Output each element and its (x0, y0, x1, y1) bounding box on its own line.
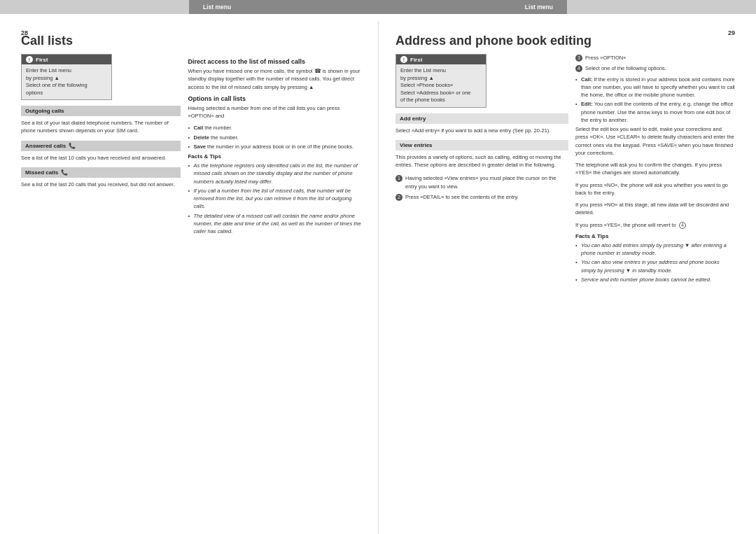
step2-text: Press »DETAIL« to see the contents of th… (405, 193, 519, 201)
first-box-label-right: First (410, 57, 422, 63)
edit-label-right: Edit: (581, 101, 593, 107)
ask-text: The telephone will ask you to confirm th… (575, 161, 735, 177)
phone-icon-missed: 📞 (61, 169, 68, 176)
first-box-line4: options (26, 90, 107, 97)
right-first-box-line5: of the phone books (400, 97, 482, 104)
select-edit-text: Select the edit box you want to edit, ma… (575, 125, 735, 157)
tip1-left: As the telephone registers only identifi… (188, 162, 361, 185)
call-text: the number. (204, 125, 232, 131)
if-no2-text: If you press »NO« at this stage, all new… (575, 201, 735, 217)
step2-num: 2 (396, 194, 402, 201)
view-entries-text: This provides a variety of options, such… (396, 153, 568, 169)
exclaim-icon-right: ! (400, 56, 407, 63)
right-col2: 3 Press »OPTION« 4 Select one of the fol… (575, 54, 735, 285)
list-menu-right: List menu (525, 3, 553, 10)
step3-text: Press »OPTION« (585, 54, 626, 62)
right-tip1: You can also add entries simply by press… (575, 241, 735, 258)
page-number-left: 28 (21, 29, 28, 36)
right-tip2: You can also view entries in your addres… (575, 258, 735, 274)
missed-calls-label: Missed calls (25, 169, 58, 176)
call-label-right: Call: (581, 76, 592, 83)
facts-tips-header-right: Facts & Tips (575, 233, 735, 239)
right-first-box-line2: by pressing ▲ (400, 75, 482, 83)
right-first-box-line3: Select »Phone books« (400, 82, 482, 90)
if-no-text: If you press »NO«, the phone will ask yo… (575, 181, 735, 197)
add-entry-header: Add entry (396, 113, 568, 124)
step4-text: Select one of the following options. (585, 64, 666, 72)
right-page-title: Address and phone book editing (396, 34, 735, 48)
step2: 2 Press »DETAIL« to see the contents of … (396, 193, 568, 201)
edit-option-right: Edit: You can edit the contents of the e… (575, 100, 735, 124)
left-col2: Direct access to the list of missed call… (188, 54, 361, 237)
right-page: 29 Address and phone book editing ! Firs… (378, 21, 756, 534)
missed-calls-text: See a list of the last 20 calls that you… (21, 181, 181, 188)
delete-text: the number. (211, 134, 239, 141)
left-col1: ! First Enter the List menu by pressing … (21, 54, 181, 237)
tip3-left: The detailed view of a missed call will … (188, 212, 361, 236)
revert-num: 4 (679, 222, 686, 229)
step3: 3 Press »OPTION« (575, 54, 735, 62)
right-col1: ! First Enter the List menu by pressing … (396, 54, 568, 285)
outgoing-calls-header: Outgoing calls (21, 106, 181, 116)
delete-label: Delete (193, 134, 209, 141)
right-page-body: ! First Enter the List menu by pressing … (396, 54, 735, 285)
header-wrapper: List menu List menu (0, 0, 756, 14)
first-box-line1: Enter the List menu (26, 67, 107, 75)
header-bar: List menu List menu (189, 0, 567, 14)
answered-calls-label: Answered calls (25, 143, 66, 149)
phone-icon-answered: 📞 (69, 143, 76, 149)
save-label: Save (193, 143, 206, 150)
outgoing-calls-text: See a list of your last dialed telephone… (21, 119, 181, 135)
list-menu-left: List menu (203, 3, 231, 10)
right-first-box-line1: Enter the List menu (400, 67, 482, 75)
first-box-header-right: ! First (396, 55, 486, 64)
first-box-left: ! First Enter the List menu by pressing … (21, 54, 112, 100)
add-entry-text: Select »Add entry« if you want to add a … (396, 127, 568, 134)
page-number-right: 29 (728, 29, 735, 36)
first-box-right: ! First Enter the List menu by pressing … (396, 54, 486, 108)
direct-access-text: When you have missed one or more calls, … (188, 67, 361, 91)
left-page-body: ! First Enter the List menu by pressing … (21, 54, 361, 237)
options-header: Options in call lists (188, 95, 361, 102)
step4-num: 4 (575, 65, 582, 72)
delete-option: Delete the number. (188, 134, 361, 141)
edit-text-right: You can edit the contents of the entry, … (581, 101, 733, 123)
if-yes-text: If you press »YES«, the phone will rever… (575, 221, 735, 229)
call-option-right: Call: If the entry is stored in your add… (575, 76, 735, 99)
call-option: Call the number. (188, 124, 361, 132)
call-text-right: If the entry is stored in your address b… (581, 76, 735, 99)
page-container: 28 Call lists ! First Enter the List men… (0, 14, 756, 534)
save-text: the number in your address book or in on… (207, 143, 354, 150)
right-first-box-line4: Select »Address book« or one (400, 90, 482, 97)
left-page-title: Call lists (21, 34, 361, 48)
step1: 1 Having selected »View entries« you mus… (396, 174, 568, 190)
first-box-line3: Select one of the following (26, 82, 107, 90)
right-tip3: Service and info number phone books cann… (575, 276, 735, 283)
first-box-header-left: ! First (22, 55, 111, 64)
facts-tips-header-left: Facts & Tips (188, 153, 361, 160)
call-label: Call (193, 125, 203, 131)
options-text: Having selected a number from one of the… (188, 104, 361, 120)
step1-num: 1 (396, 175, 402, 182)
first-box-line2: by pressing ▲ (26, 75, 107, 83)
left-page: 28 Call lists ! First Enter the List men… (0, 21, 378, 534)
answered-calls-header: Answered calls 📞 (21, 141, 181, 151)
first-box-body-left: Enter the List menu by pressing ▲ Select… (22, 64, 111, 99)
step4: 4 Select one of the following options. (575, 64, 735, 72)
exclaim-icon-left: ! (26, 56, 33, 63)
first-box-body-right: Enter the List menu by pressing ▲ Select… (396, 64, 486, 107)
first-box-label-left: First (36, 57, 48, 63)
step3-num: 3 (575, 55, 582, 62)
view-entries-header: View entries (396, 140, 568, 150)
answered-calls-text: See a list of the last 10 calls you have… (21, 154, 181, 162)
tip2-left: If you call a number from the list of mi… (188, 187, 361, 211)
step1-text: Having selected »View entries« you must … (405, 174, 568, 190)
outgoing-calls-label: Outgoing calls (25, 108, 64, 114)
save-option: Save the number in your address book or … (188, 143, 361, 150)
missed-calls-header: Missed calls 📞 (21, 167, 181, 178)
direct-access-header: Direct access to the list of missed call… (188, 58, 361, 65)
